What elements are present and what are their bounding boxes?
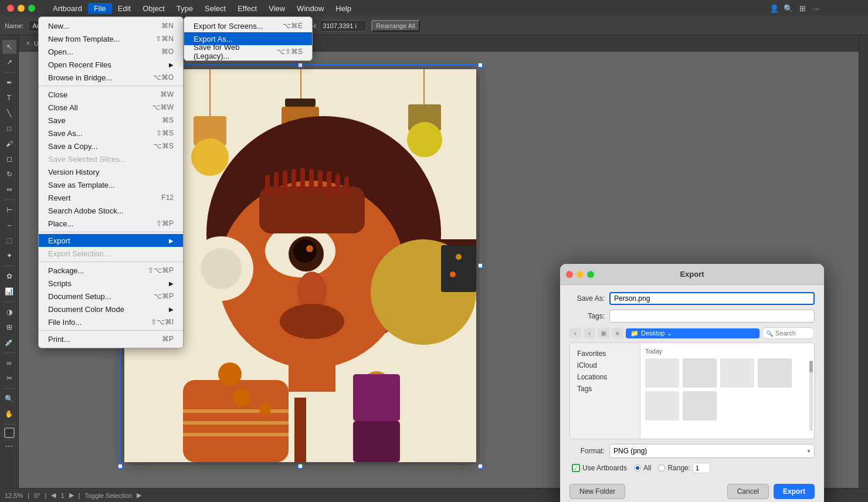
dialog-maximize-btn[interactable]	[587, 271, 594, 278]
mesh-tool[interactable]: ⊞	[2, 320, 16, 334]
menu-new-from-template[interactable]: New from Template... ⇧⌘N	[39, 32, 183, 45]
file-thumb-1[interactable]	[645, 358, 679, 388]
blend-tool[interactable]: ∞	[2, 356, 16, 370]
menu-artboard[interactable]: Artboard	[47, 3, 88, 14]
save-as-input[interactable]	[609, 292, 815, 305]
width-tool[interactable]: ⊢	[2, 203, 16, 217]
forward-btn[interactable]: ›	[584, 328, 595, 338]
mirror-tool[interactable]: ⇔	[2, 182, 16, 196]
save-for-web[interactable]: Save for Web (Legacy)... ⌥⇧⌘S	[184, 45, 312, 58]
tab-close-icon[interactable]: ✕	[26, 40, 30, 46]
sidebar-favorites[interactable]: Favorites	[570, 348, 640, 359]
menu-print[interactable]: Print... ⌘P	[39, 333, 183, 345]
gradient-tool[interactable]: ◑	[2, 305, 16, 319]
menu-close[interactable]: Close ⌘W	[39, 88, 183, 101]
line-tool[interactable]: ╲	[2, 106, 16, 120]
pen-tool[interactable]: ✒	[2, 76, 16, 90]
dialog-minimize-btn[interactable]	[577, 271, 584, 278]
range-input[interactable]	[693, 463, 710, 473]
menu-file-info[interactable]: File Info... ⇧⌥⌘I	[39, 316, 183, 328]
menu-new[interactable]: New... ⌘N	[39, 19, 183, 32]
user-icon[interactable]: 👤	[769, 4, 779, 13]
menu-package[interactable]: Package... ⇧⌥⌘P	[39, 264, 183, 277]
menu-save-as[interactable]: Save As... ⇧⌘S	[39, 127, 183, 140]
handle-top-center[interactable]	[298, 63, 303, 67]
format-select[interactable]: PNG (png) JPEG (jpg) SVG (svg) PDF (pdf)	[609, 444, 815, 458]
handle-bot-left[interactable]	[118, 464, 123, 469]
menu-file[interactable]: File	[88, 3, 112, 14]
close-button[interactable]	[7, 5, 14, 12]
eyedropper-tool[interactable]: 💉	[2, 335, 16, 350]
range-radio[interactable]	[658, 464, 665, 472]
scissors-tool[interactable]: ✂	[2, 371, 16, 385]
menu-open-recent[interactable]: Open Recent Files ▶	[39, 58, 183, 71]
selection-tool[interactable]: ↖	[2, 40, 16, 54]
file-thumb-2[interactable]	[683, 358, 717, 388]
menu-save-copy[interactable]: Save a Copy... ⌥⌘S	[39, 140, 183, 152]
zoom-tool[interactable]: 🔍	[2, 392, 16, 406]
cancel-btn[interactable]: Cancel	[727, 484, 769, 499]
menu-object[interactable]: Object	[137, 3, 171, 14]
type-tool[interactable]: T	[2, 91, 16, 105]
warp-tool[interactable]: ⌢	[2, 218, 16, 232]
menu-type[interactable]: Type	[171, 3, 199, 14]
graph-tool[interactable]: 📊	[2, 284, 16, 299]
export-for-screens[interactable]: Export for Screens... ⌥⌘E	[184, 19, 312, 32]
prev-page-btn[interactable]: ◀	[51, 491, 56, 499]
panels-icon[interactable]: ⊞	[798, 4, 807, 13]
menu-scripts[interactable]: Scripts ▶	[39, 277, 183, 290]
more-tools-btn[interactable]: ···	[2, 439, 16, 453]
use-artboards-checkbox-item[interactable]: ✓ Use Artboards	[572, 464, 627, 472]
freetransform-tool[interactable]: ⬚	[2, 233, 16, 247]
file-thumb-3[interactable]	[720, 358, 754, 388]
symbol-tool[interactable]: ✿	[2, 269, 16, 283]
file-thumb-4[interactable]	[758, 358, 792, 388]
rect-tool[interactable]: □	[2, 121, 16, 135]
handle-bot-right[interactable]	[478, 464, 483, 469]
new-folder-btn[interactable]: New Folder	[569, 484, 625, 499]
menu-edit[interactable]: Edit	[112, 3, 137, 14]
menu-document-color-mode[interactable]: Document Color Mode ▶	[39, 303, 183, 316]
menu-help[interactable]: Help	[330, 3, 357, 14]
list-view-btn[interactable]: ≡	[612, 328, 623, 338]
export-btn[interactable]: Export	[774, 484, 815, 499]
next-page-btn[interactable]: ▶	[69, 491, 74, 499]
search-input[interactable]	[775, 330, 811, 337]
more-icon[interactable]: ···	[812, 4, 821, 13]
menu-search-adobe-stock[interactable]: Search Adobe Stock...	[39, 204, 183, 217]
h-input[interactable]	[320, 20, 367, 32]
file-thumb-5[interactable]	[645, 391, 679, 420]
use-artboards-checkbox[interactable]: ✓	[572, 464, 580, 472]
location-bar[interactable]: 📁 Desktop ⌄	[626, 328, 760, 338]
menu-place[interactable]: Place... ⇧⌘P	[39, 217, 183, 230]
search-icon[interactable]: 🔍	[784, 4, 793, 13]
menu-open[interactable]: Open... ⌘O	[39, 45, 183, 58]
menu-close-all[interactable]: Close All ⌥⌘W	[39, 101, 183, 114]
file-thumb-6[interactable]	[683, 391, 717, 420]
menu-window[interactable]: Window	[291, 3, 330, 14]
menu-effect[interactable]: Effect	[232, 3, 263, 14]
direct-selection-tool[interactable]: ↗	[2, 55, 16, 69]
minimize-button[interactable]	[18, 5, 25, 12]
handle-bot-center[interactable]	[298, 464, 303, 469]
paint-tool[interactable]: 🖌	[2, 137, 16, 151]
hand-tool[interactable]: ✋	[2, 407, 16, 421]
sidebar-locations[interactable]: Locations	[570, 371, 640, 383]
menu-save[interactable]: Save ⌘S	[39, 114, 183, 127]
all-radio[interactable]	[634, 464, 641, 472]
eraser-tool[interactable]: ◻	[2, 152, 16, 166]
menu-save-as-template[interactable]: Save as Template...	[39, 178, 183, 191]
rotate-tool[interactable]: ↻	[2, 167, 16, 181]
menu-document-setup[interactable]: Document Setup... ⌥⌘P	[39, 290, 183, 303]
menu-version-history[interactable]: Version History	[39, 165, 183, 178]
dialog-close-btn[interactable]	[566, 271, 573, 278]
tags-input[interactable]	[609, 310, 815, 323]
range-radio-item[interactable]: Range:	[658, 463, 710, 473]
puppet-tool[interactable]: ✦	[2, 249, 16, 263]
menu-view[interactable]: View	[263, 3, 291, 14]
menu-select[interactable]: Select	[199, 3, 232, 14]
all-radio-item[interactable]: All	[634, 464, 651, 472]
fill-color[interactable]	[4, 428, 15, 438]
menu-export[interactable]: Export ▶	[39, 234, 183, 247]
handle-mid-right[interactable]	[478, 263, 483, 268]
